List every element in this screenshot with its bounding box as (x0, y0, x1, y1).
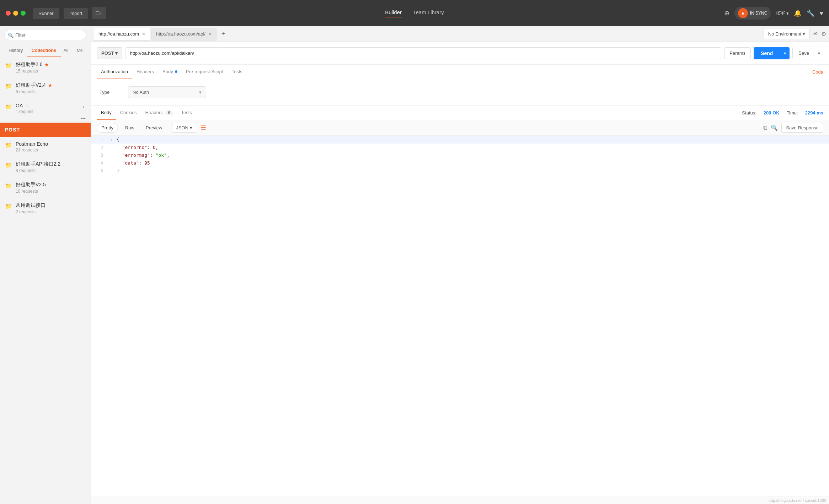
filter-me[interactable]: Me (74, 44, 86, 57)
sidebar-search-area: 🔍 (0, 26, 91, 44)
resp-tab-headers[interactable]: Headers 6 (141, 106, 177, 120)
oa-collection-group: 📁 OA ☆ 1 request › ••• (0, 98, 91, 137)
copy-icon[interactable]: ⧉ (763, 125, 767, 131)
traffic-lights (6, 11, 26, 16)
wrap-icon[interactable]: ☰ (200, 124, 206, 132)
response-body: 1 ▾ { 2 "errorno": 0, 3 "errormsg": "ok"… (91, 136, 829, 497)
settings-icon[interactable]: 🔧 (807, 9, 814, 17)
user-menu[interactable]: 张宇 ▾ (776, 10, 789, 16)
item-info: Postman Echo 21 requests (16, 141, 86, 152)
line-content: { (114, 136, 119, 144)
chevron-down-icon: ▾ (803, 31, 805, 37)
search-icon[interactable]: 🔍 (771, 124, 778, 131)
tab-label: Cookies (120, 110, 137, 115)
folder-icon: 📁 (5, 142, 12, 149)
expand-icon[interactable]: ▾ (109, 136, 114, 144)
titlebar-tabs: Builder Team Library (385, 9, 444, 17)
collection-item-oa[interactable]: 📁 OA ☆ 1 request › (0, 98, 91, 118)
save-response-button[interactable]: Save Response (781, 123, 823, 133)
import-button[interactable]: Import (64, 8, 88, 19)
collections-tab[interactable]: Collections (27, 44, 60, 57)
tab-url-inactive: http://oa.haozu.com/api/ (156, 31, 205, 37)
url-input[interactable] (125, 47, 721, 59)
runner-button[interactable]: Runner (33, 8, 59, 19)
filter-input[interactable] (4, 30, 86, 40)
notification-icon[interactable]: 🔔 (794, 9, 802, 17)
tab-close-icon[interactable]: ✕ (142, 32, 145, 37)
code-line: 4 "data": 95 (91, 159, 829, 167)
post-item[interactable]: POST (0, 123, 91, 137)
close-traffic-light[interactable] (6, 11, 11, 16)
eye-icon[interactable]: 👁 (813, 31, 818, 37)
auth-type-select[interactable]: No Auth ▾ (128, 86, 206, 98)
star-icon[interactable]: ☆ (25, 103, 30, 108)
line-number: 5 (91, 167, 109, 175)
tab-label: Tests (231, 69, 242, 74)
send-button[interactable]: Send (754, 47, 780, 59)
collection-item[interactable]: 📁 Postman Echo 21 requests (0, 137, 91, 157)
line-number: 2 (91, 144, 109, 151)
gear-icon[interactable]: ⚙ (821, 31, 826, 37)
collection-item[interactable]: 📁 常用调试接口 2 requests (0, 198, 91, 219)
line-content: "errormsg": "ok", (114, 151, 170, 159)
item-name: Postman Echo (16, 141, 48, 147)
sidebar-tabs-left: History Collections (4, 44, 61, 57)
params-button[interactable]: Params (724, 47, 751, 59)
main-layout: 🔍 History Collections All Me Team 📁 ⇅ 📁 (0, 26, 829, 504)
inactive-tab[interactable]: http://oa.haozu.com/api/ ✕ (151, 28, 216, 41)
star-icon[interactable]: ★ (44, 62, 49, 68)
new-request-button[interactable]: □+ (92, 7, 106, 19)
method-select[interactable]: POST ▾ (97, 47, 122, 59)
tab-label: Headers (137, 69, 154, 74)
request-bar: POST ▾ Params Send ▾ Save ▾ (91, 42, 829, 65)
sidebar-tabs: History Collections All Me Team 📁 ⇅ (0, 44, 91, 57)
preview-button[interactable]: Preview (141, 123, 166, 132)
save-dropdown-button[interactable]: ▾ (815, 47, 823, 59)
collection-item[interactable]: 📁 好租助手API接口2.2 8 requests (0, 157, 91, 177)
collection-item[interactable]: 📁 好租助手2.6 ★ 15 requests (0, 57, 91, 78)
tab-close-icon[interactable]: ✕ (208, 32, 212, 37)
response-section: Body Cookies Headers 6 Tests Status: (91, 106, 829, 504)
tab-headers[interactable]: Headers (132, 65, 158, 79)
tab-url: http://oa.haozu.com (98, 31, 139, 37)
item-count: 15 requests (16, 69, 86, 74)
maximize-traffic-light[interactable] (21, 11, 26, 16)
collection-item[interactable]: 📁 好租助手V2.5 10 requests (0, 177, 91, 198)
minimize-traffic-light[interactable] (13, 11, 18, 16)
environment-select[interactable]: No Environment ▾ (764, 29, 810, 39)
tab-pre-request-script[interactable]: Pre-request Script (182, 65, 228, 79)
folder-icon: 📁 (5, 103, 12, 110)
json-format-select[interactable]: JSON ▾ (172, 123, 196, 133)
resp-tab-tests[interactable]: Tests (177, 106, 196, 120)
team-library-tab[interactable]: Team Library (413, 9, 444, 17)
tab-tests[interactable]: Tests (227, 65, 246, 79)
history-tab[interactable]: History (4, 44, 27, 57)
save-button[interactable]: Save (792, 47, 815, 59)
auth-type-label: Type (100, 90, 121, 95)
builder-tab[interactable]: Builder (385, 9, 402, 17)
auth-type-value: No Auth (133, 90, 149, 95)
resp-tab-cookies[interactable]: Cookies (116, 106, 141, 120)
tab-authorization[interactable]: Authorization (97, 65, 132, 79)
raw-button[interactable]: Raw (121, 123, 139, 132)
heart-icon[interactable]: ♥ (819, 10, 823, 17)
pretty-button[interactable]: Pretty (97, 123, 118, 133)
send-dropdown-button[interactable]: ▾ (780, 47, 790, 59)
resp-tab-body[interactable]: Body (97, 106, 116, 120)
sync-network-icon[interactable]: ⊕ (724, 9, 729, 17)
add-tab-button[interactable]: + (218, 29, 229, 39)
line-content: } (114, 167, 119, 175)
save-btn-group: Save ▾ (792, 47, 823, 59)
filter-all[interactable]: All (61, 44, 71, 57)
tab-body[interactable]: Body (158, 65, 182, 79)
collection-item[interactable]: 📁 好租助手V2.4 ★ 6 requests (0, 78, 91, 98)
code-link[interactable]: Code (812, 69, 823, 75)
item-info: POST (5, 127, 86, 133)
star-icon[interactable]: ★ (48, 82, 53, 88)
item-name: 好租助手V2.5 (16, 182, 46, 188)
expand-icon[interactable]: › (81, 103, 86, 111)
line-number: 4 (91, 159, 109, 167)
sidebar-list: 📁 好租助手2.6 ★ 15 requests 📁 好租助手V2.4 ★ (0, 57, 91, 504)
response-status: Status: 200 OK Time: 2294 ms (742, 110, 823, 116)
active-tab[interactable]: http://oa.haozu.com ✕ (94, 28, 150, 41)
